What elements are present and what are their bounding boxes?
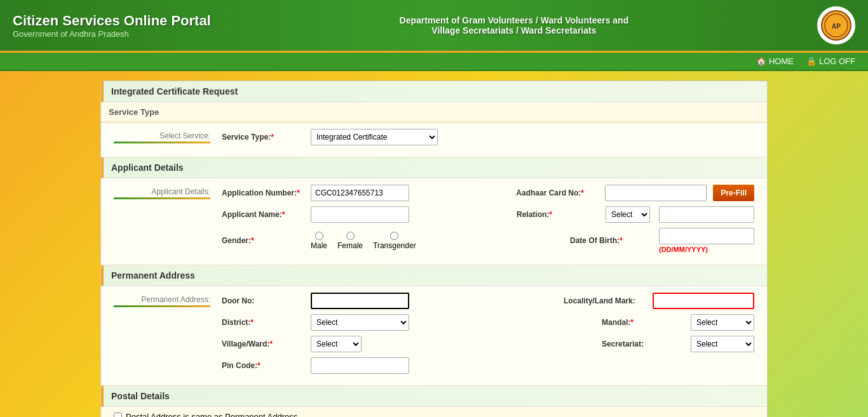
app-number-label: Application Number:* (222, 189, 304, 197)
logoff-link[interactable]: 🔒 LOG OFF (806, 56, 855, 66)
relation-name-input[interactable] (659, 206, 754, 223)
pin-code-label: Pin Code:* (222, 361, 304, 370)
village-label: Village/Ward:* (222, 340, 304, 348)
home-label: HOME (769, 56, 794, 66)
appnum-aadhaar-row: Applicant Details: Application Number:* … (114, 185, 754, 201)
service-type-section: Service Type Select Service: Service Typ… (101, 102, 767, 157)
gender-dob-row: Gender:* Male Female Transgender (114, 228, 754, 253)
perm-door-no-input[interactable] (311, 293, 409, 309)
applicant-details-section: Applicant Details Applicant Details: App… (101, 157, 767, 265)
postal-details-header: Postal Details (101, 386, 767, 407)
applicant-details-sidebar-label: Applicant Details: (114, 187, 215, 199)
service-type-form-area: Select Service: Service Type:* Integrate… (101, 122, 767, 157)
perm-secretariat-dropdown[interactable]: Select (691, 336, 754, 352)
gender-male-option[interactable]: Male (311, 232, 327, 250)
postal-same-label: Postal Address is same as Permanent Addr… (126, 412, 297, 417)
service-type-dropdown[interactable]: Integrated Certificate Income Certificat… (311, 129, 438, 145)
postal-details-section: Postal Details Postal Address is same as… (101, 386, 767, 417)
postal-same-checkbox-row: Postal Address is same as Permanent Addr… (101, 407, 767, 417)
relation-dropdown[interactable]: Select S/O D/O W/O (606, 206, 650, 223)
gender-female-radio[interactable] (346, 232, 355, 240)
home-link[interactable]: 🏠 HOME (756, 56, 794, 66)
door-no-label: Door No: (222, 296, 304, 305)
page-title: Integrated Certificate Request (101, 81, 767, 102)
prefill-button[interactable]: Pre-Fill (713, 185, 754, 201)
gender-label: Gender:* (222, 236, 304, 245)
perm-district-label: District:* (222, 318, 304, 327)
postal-same-checkbox[interactable] (114, 413, 122, 417)
header: Citizen Services Online Portal Governmen… (0, 0, 868, 53)
svg-text:AP: AP (832, 23, 841, 30)
department-name: Department of Gram Volunteers / Ward Vol… (211, 15, 817, 36)
gender-male-label: Male (311, 241, 327, 250)
pin-code-input[interactable] (311, 357, 409, 374)
applicant-details-header: Applicant Details (101, 157, 767, 178)
header-branding: Citizen Services Online Portal Governmen… (13, 13, 211, 39)
gender-transgender-radio[interactable] (390, 232, 398, 240)
portal-title: Citizen Services Online Portal (13, 13, 211, 29)
service-type-header: Service Type (101, 102, 767, 122)
gender-female-label: Female (337, 241, 363, 250)
gender-transgender-option[interactable]: Transgender (373, 232, 416, 250)
gender-radio-group: Male Female Transgender (311, 232, 416, 250)
main-form: Integrated Certificate Request Service T… (100, 81, 768, 417)
dob-label: Date Of Birth:* (570, 236, 653, 245)
relation-label: Relation:* (517, 210, 599, 219)
portal-subtitle: Government of Andhra Pradesh (13, 29, 211, 39)
permanent-address-form-area: Permanent Address: Door No: Locality/Lan… (101, 286, 767, 386)
service-type-field-label: Service Type:* (222, 133, 304, 142)
applicant-details-form-area: Applicant Details: Application Number:* … (101, 178, 767, 265)
perm-village-dropdown[interactable]: Select (311, 336, 362, 352)
gender-male-radio[interactable] (315, 232, 323, 240)
dob-hint: (DD/MM/YYYY) (659, 246, 754, 253)
perm-district-dropdown[interactable]: Select (311, 314, 409, 331)
dob-input[interactable] (659, 228, 754, 244)
district-mandal-row: District:* Select Mandal:* Select (114, 314, 754, 331)
home-icon: 🏠 (756, 56, 766, 66)
door-locality-row: Permanent Address: Door No: Locality/Lan… (114, 293, 754, 309)
select-service-label: Select Service: (114, 131, 215, 143)
gender-female-option[interactable]: Female (337, 232, 363, 250)
name-relation-row: Applicant Name:* Relation:* Select S/O D… (114, 206, 754, 223)
pin-code-row: Pin Code:* (114, 357, 754, 374)
service-type-row: Select Service: Service Type:* Integrate… (114, 129, 754, 145)
lock-icon: 🔒 (806, 56, 817, 66)
logoff-label: LOG OFF (819, 56, 855, 66)
locality-label: Locality/Land Mark: (564, 296, 646, 305)
applicant-name-label: Applicant Name:* (222, 210, 304, 219)
aadhaar-label: Aadhaar Card No:* (516, 189, 599, 197)
perm-mandal-dropdown[interactable]: Select (691, 314, 754, 331)
perm-addr-sidebar-label: Permanent Address: (114, 295, 215, 307)
navbar: 🏠 HOME 🔒 LOG OFF (0, 53, 868, 71)
government-logo: AP (817, 6, 855, 44)
applicant-name-input[interactable] (311, 206, 409, 223)
gender-transgender-label: Transgender (373, 241, 416, 250)
permanent-address-header: Permanent Address (101, 265, 767, 286)
village-secretariat-row: Village/Ward:* Select Secretariat: Selec… (114, 336, 754, 352)
perm-mandal-label: Mandal:* (602, 318, 684, 327)
locality-input[interactable] (653, 293, 754, 309)
application-number-input[interactable] (311, 185, 409, 201)
permanent-address-section: Permanent Address Permanent Address: Doo… (101, 265, 767, 386)
aadhaar-input[interactable] (605, 185, 707, 201)
secretariat-label: Secretariat: (602, 340, 684, 348)
